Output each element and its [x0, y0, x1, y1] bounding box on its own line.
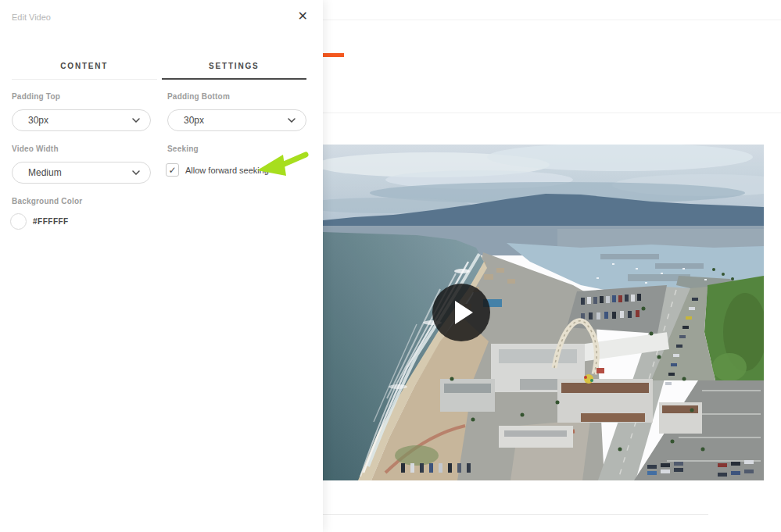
padding-top-label: Padding Top — [12, 92, 60, 101]
accent-underline — [323, 53, 344, 57]
chevron-down-icon — [132, 170, 140, 175]
background-color-label: Background Color — [12, 197, 82, 205]
background-color-value: #FFFFFF — [33, 217, 69, 226]
page-divider-top — [323, 20, 781, 20]
padding-top-value: 30px — [28, 115, 48, 126]
tab-content[interactable]: CONTENT — [12, 62, 157, 80]
page-divider-above-video — [323, 112, 781, 113]
edit-video-panel: Edit Video ✕ CONTENT SETTINGS Padding To… — [0, 0, 323, 532]
panel-title: Edit Video — [12, 12, 51, 22]
padding-bottom-select[interactable]: 30px — [167, 109, 306, 131]
color-swatch[interactable] — [10, 213, 27, 230]
video-player[interactable] — [323, 145, 764, 480]
background-color-row: #FFFFFF — [10, 213, 69, 230]
tab-bar: CONTENT SETTINGS — [12, 62, 306, 80]
video-thumbnail — [323, 145, 764, 480]
video-width-value: Medium — [28, 167, 62, 178]
allow-forward-seeking-label: Allow forward seeking — [185, 166, 269, 175]
video-width-select[interactable]: Medium — [12, 162, 151, 184]
allow-forward-seeking-checkbox[interactable]: ✓ — [166, 163, 179, 177]
chevron-down-icon — [288, 118, 296, 123]
padding-bottom-label: Padding Bottom — [167, 92, 230, 101]
seeking-label: Seeking — [167, 145, 199, 153]
play-icon — [455, 301, 473, 324]
checkmark-icon: ✓ — [168, 166, 176, 175]
close-icon[interactable]: ✕ — [298, 9, 308, 24]
play-button[interactable] — [432, 284, 490, 341]
seeking-checkbox-row: ✓ Allow forward seeking — [166, 163, 269, 177]
padding-bottom-value: 30px — [184, 115, 204, 126]
screen: Edit Video ✕ CONTENT SETTINGS Padding To… — [0, 0, 781, 532]
padding-top-select[interactable]: 30px — [12, 109, 151, 131]
chevron-down-icon — [132, 118, 140, 123]
page-divider-below-video — [323, 514, 708, 515]
tab-settings[interactable]: SETTINGS — [162, 62, 307, 80]
video-width-label: Video Width — [12, 145, 59, 153]
